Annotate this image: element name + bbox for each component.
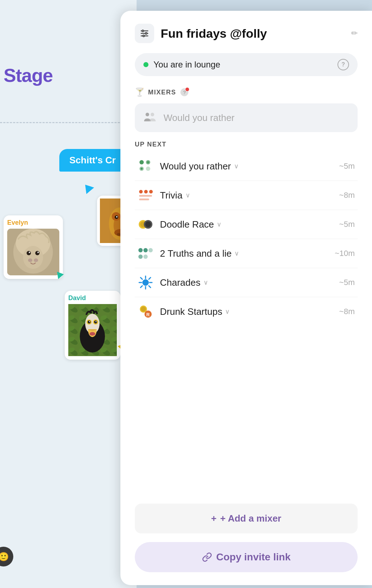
doodle-icon	[138, 216, 153, 232]
svg-point-26	[89, 332, 95, 336]
mixer-item[interactable]: 2 Truths and a lie ∨ ~10m	[135, 239, 358, 268]
mixer-item-name: 2 Truths and a lie ∨	[160, 248, 328, 259]
chevron-down-icon: ∨	[234, 249, 239, 257]
add-mixer-button[interactable]: + + Add a mixer	[135, 504, 358, 533]
add-mixer-label: + Add a mixer	[220, 513, 281, 524]
drunk-startups-icon: R	[138, 304, 153, 319]
panel-title: Fun fridays @folly	[161, 27, 345, 41]
mixer-item-name: Charades ∨	[160, 277, 333, 288]
svg-line-66	[141, 277, 142, 279]
sliders-icon	[139, 28, 150, 38]
svg-point-18	[29, 252, 30, 253]
notification-badge: ?	[180, 88, 189, 97]
up-next-label: UP NEXT	[135, 141, 358, 148]
stage-label: Stage	[4, 65, 53, 86]
svg-line-69	[141, 286, 142, 288]
svg-point-15	[34, 258, 38, 262]
question-icon-small: ?	[183, 90, 185, 95]
david-card: David	[65, 291, 120, 360]
trivia-icon	[138, 187, 153, 203]
green-status-dot	[143, 62, 148, 67]
lounge-badge: You are in lounge ?	[135, 53, 358, 76]
cursor-arrow-blue	[81, 182, 94, 194]
alpaca-image	[7, 229, 59, 275]
mixer-list: Would you rather ∨ ~5m Trivia ∨ ~8m	[135, 152, 358, 498]
evelyn-card: Evelyn	[4, 215, 63, 279]
svg-point-32	[96, 321, 97, 322]
mixer-item[interactable]: Would you rather ∨ ~5m	[135, 152, 358, 181]
active-mixer[interactable]: Would you rather	[135, 103, 358, 132]
svg-point-44	[146, 167, 150, 171]
svg-point-13	[23, 246, 43, 269]
svg-point-36	[142, 30, 144, 32]
svg-point-55	[145, 221, 151, 227]
svg-point-48	[144, 190, 148, 193]
mixer-duration: ~5m	[339, 162, 355, 171]
main-panel: Fun fridays @folly ✏ You are in lounge ?…	[120, 11, 372, 585]
evelyn-label: Evelyn	[7, 219, 59, 227]
chevron-down-icon: ∨	[225, 308, 230, 316]
active-mixer-icon	[142, 110, 158, 126]
svg-point-59	[138, 255, 143, 259]
svg-point-47	[139, 190, 143, 193]
svg-point-37	[145, 33, 147, 34]
mixer-item[interactable]: R Drunk Startups ∨ ~8m	[135, 297, 358, 326]
svg-point-9	[116, 216, 118, 218]
chevron-down-icon: ∨	[185, 191, 190, 199]
active-mixer-text: Would you rather	[164, 112, 235, 123]
ostrich-image	[68, 304, 117, 356]
mixer-duration: ~8m	[339, 307, 355, 316]
mixer-item-name: Trivia ∨	[160, 190, 333, 201]
mixers-label: MIXERS	[148, 89, 176, 96]
mixer-item[interactable]: Trivia ∨ ~8m	[135, 181, 358, 210]
cocktail-icon: 🍸	[135, 88, 144, 97]
add-mixer-plus-icon: +	[211, 513, 216, 524]
copy-invite-label: Copy invite link	[216, 551, 291, 563]
svg-point-46	[147, 161, 149, 163]
svg-point-40	[151, 113, 154, 116]
lounge-status-text: You are in lounge	[153, 60, 332, 70]
mixer-item[interactable]: Doodle Race ∨ ~5m	[135, 210, 358, 239]
chevron-down-icon: ∨	[203, 279, 208, 286]
svg-text:R: R	[146, 312, 150, 317]
svg-point-17	[35, 251, 40, 255]
mixers-header: 🍸 MIXERS ?	[135, 88, 358, 97]
mixer-item-name: Doodle Race ∨	[160, 219, 333, 230]
edit-icon[interactable]: ✏	[351, 29, 358, 38]
svg-point-57	[143, 248, 148, 252]
svg-point-71	[141, 307, 146, 312]
emoji-circle: 🙂	[0, 547, 13, 566]
copy-invite-button[interactable]: Copy invite link	[135, 542, 358, 572]
mixer-item-name: Drunk Startups ∨	[160, 306, 333, 317]
svg-point-38	[143, 35, 144, 37]
mixer-duration: ~8m	[339, 191, 355, 200]
mixer-item-name: Would you rather ∨	[160, 161, 333, 172]
mixer-duration: ~5m	[339, 278, 355, 287]
chevron-down-icon: ∨	[234, 162, 239, 170]
svg-rect-51	[139, 199, 149, 200]
svg-point-61	[142, 279, 149, 286]
svg-point-58	[148, 248, 153, 252]
svg-point-16	[27, 251, 31, 255]
svg-point-39	[146, 113, 149, 116]
truths-lie-icon	[138, 246, 153, 261]
svg-point-14	[28, 258, 32, 262]
mixer-duration: ~10m	[335, 249, 355, 258]
svg-point-49	[149, 190, 153, 193]
link-icon	[202, 552, 212, 562]
mixer-item[interactable]: Charades ∨ ~5m	[135, 268, 358, 297]
svg-line-67	[149, 286, 151, 288]
svg-rect-50	[139, 195, 152, 197]
svg-point-60	[143, 255, 148, 259]
svg-point-19	[37, 252, 39, 253]
panel-header: Fun fridays @folly ✏	[135, 24, 358, 43]
charades-icon	[138, 275, 153, 290]
stage-background: Stage Schitt's Cr William	[0, 0, 137, 588]
chevron-down-icon: ∨	[217, 220, 221, 228]
david-label: David	[68, 294, 117, 302]
sliders-icon-box	[135, 24, 154, 43]
help-icon[interactable]: ?	[337, 59, 349, 70]
would-you-rather-icon	[138, 158, 153, 174]
svg-point-56	[138, 248, 143, 252]
svg-point-41	[139, 160, 144, 164]
